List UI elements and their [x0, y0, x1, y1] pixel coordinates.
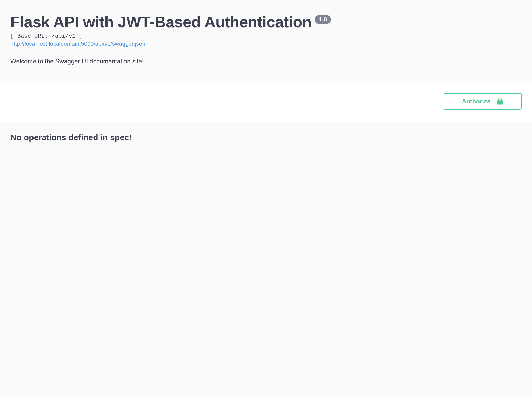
- api-description: Welcome to the Swagger UI documentation …: [10, 58, 522, 65]
- authorize-button-label: Authorize: [462, 98, 491, 105]
- version-badge: 1.0: [315, 15, 331, 24]
- content-section: No operations defined in spec!: [0, 122, 532, 153]
- api-title: Flask API with JWT-Based Authentication: [10, 13, 312, 31]
- header-section: Flask API with JWT-Based Authentication …: [0, 0, 532, 81]
- base-url-label: [ Base URL: /api/v1 ]: [10, 33, 522, 39]
- api-spec-link[interactable]: http://localhost.localdomain:5000/api/v1…: [10, 41, 145, 47]
- no-operations-message: No operations defined in spec!: [10, 133, 522, 142]
- lock-icon: [497, 97, 503, 105]
- authorize-button[interactable]: Authorize: [444, 93, 522, 110]
- toolbar-section: Authorize: [0, 81, 532, 122]
- title-row: Flask API with JWT-Based Authentication …: [10, 13, 522, 31]
